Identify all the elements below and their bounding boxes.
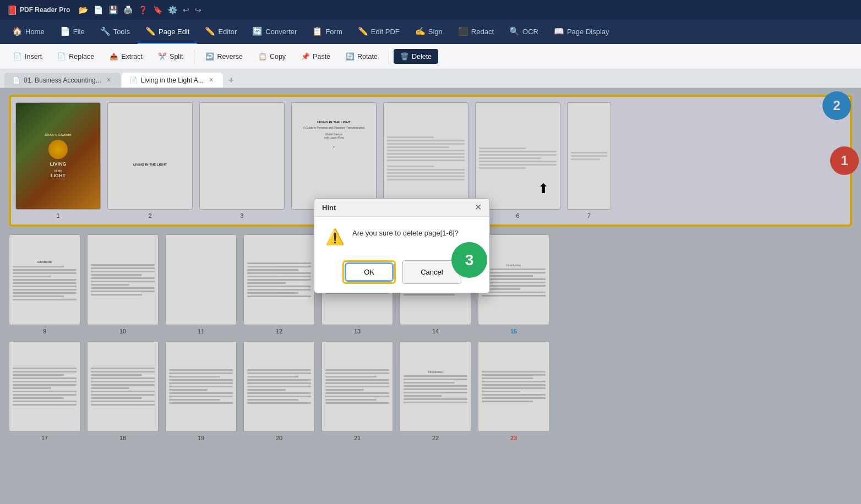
tab-2-icon: 📄 (129, 76, 138, 84)
rotate-button[interactable]: 🔄 Rotate (339, 49, 384, 64)
insert-icon: 📄 (13, 52, 22, 61)
menu-ocr[interactable]: 🔍 OCR (502, 20, 546, 44)
paste-button[interactable]: 📌 Paste (295, 49, 337, 64)
page-edit-icon: ✏️ (145, 26, 156, 36)
new-file-icon[interactable]: 📄 (94, 6, 103, 14)
rotate-icon: 🔄 (346, 52, 355, 61)
tab-2-close[interactable]: ✕ (207, 76, 215, 84)
menu-bar: 🏠 Home 📄 File 🔧 Tools ✏️ Page Edit ✏️ Ed… (0, 20, 861, 44)
delete-icon: 🗑️ (400, 52, 409, 61)
open-file-icon[interactable]: 📂 (79, 6, 88, 14)
toolbar: 📄 Insert 📄 Replace 📤 Extract ✂️ Split ↩️… (0, 44, 861, 69)
copy-icon: 📋 (258, 52, 267, 61)
copy-button[interactable]: 📋 Copy (252, 49, 292, 64)
toolbar-separator-2 (389, 49, 389, 64)
bookmark-icon[interactable]: 🔖 (153, 6, 162, 14)
menu-sign[interactable]: ✍️ Sign (407, 20, 450, 44)
home-icon: 🏠 (12, 26, 23, 36)
menu-home[interactable]: 🏠 Home (4, 20, 52, 44)
dialog-close-button[interactable]: ✕ (475, 203, 482, 212)
reverse-icon: ↩️ (205, 52, 214, 61)
app-name: PDF Reader Pro (20, 6, 70, 14)
paste-icon: 📌 (301, 52, 310, 61)
edit-pdf-icon: ✏️ (358, 26, 368, 36)
page-display-icon: 📖 (554, 26, 564, 36)
menu-tools[interactable]: 🔧 Tools (92, 20, 138, 44)
menu-form[interactable]: 📋 Form (304, 20, 350, 44)
dialog-overlay: Hint ✕ ⚠️ Are you sure to delete page[1-… (0, 88, 861, 504)
annotation-circle-3: 3 (451, 242, 487, 278)
add-tab-button[interactable]: + (224, 73, 238, 87)
replace-button[interactable]: 📄 Replace (51, 49, 101, 64)
form-icon: 📋 (312, 26, 323, 36)
menu-file-label: File (73, 28, 85, 36)
ocr-icon: 🔍 (509, 26, 520, 36)
replace-icon: 📄 (57, 52, 66, 61)
app-logo: 📕 PDF Reader Pro (7, 5, 70, 15)
dialog-message: Are you sure to delete page[1-6]? (352, 228, 459, 239)
insert-button[interactable]: 📄 Insert (7, 49, 48, 64)
menu-edit-pdf[interactable]: ✏️ Edit PDF (350, 20, 407, 44)
menu-page-display-label: Page Display (567, 28, 609, 36)
tab-2-label: Living in the Light A... (141, 76, 204, 84)
undo-icon[interactable]: ↩ (183, 6, 189, 14)
sign-icon: ✍️ (415, 26, 426, 36)
menu-editor[interactable]: ✏️ Editor (197, 20, 244, 44)
extract-button[interactable]: 📤 Extract (103, 49, 149, 64)
warning-icon: ⚠️ (325, 228, 345, 246)
menu-home-label: Home (25, 28, 45, 36)
delete-button[interactable]: 🗑️ Delete (394, 49, 438, 64)
tab-1-icon: 📄 (12, 76, 20, 84)
dialog-title: Hint (322, 204, 336, 212)
split-button[interactable]: ✂️ Split (151, 49, 189, 64)
dialog-ok-button[interactable]: OK (346, 264, 393, 281)
file-icon: 📄 (60, 26, 70, 36)
menu-editor-label: Editor (218, 28, 237, 36)
tab-1-close[interactable]: ✕ (105, 76, 113, 84)
menu-converter-label: Converter (265, 28, 297, 36)
save-icon[interactable]: 💾 (108, 6, 118, 14)
menu-ocr-label: OCR (522, 28, 538, 36)
menu-form-label: Form (325, 28, 342, 36)
tab-bar: 📄 01. Business Accounting... ✕ 📄 Living … (0, 69, 861, 88)
menu-redact[interactable]: ⬛ Redact (450, 20, 502, 44)
menu-page-edit-label: Page Edit (159, 28, 189, 36)
settings-icon[interactable]: ⚙️ (168, 6, 177, 14)
tab-2[interactable]: 📄 Living in the Light A... ✕ (122, 73, 223, 87)
tools-icon: 🔧 (100, 26, 111, 36)
redo-icon[interactable]: ↪ (195, 6, 201, 14)
help-icon[interactable]: ❓ (138, 6, 148, 14)
menu-edit-pdf-label: Edit PDF (371, 28, 400, 36)
titlebar-icons: 📂 📄 💾 🖨️ ❓ 🔖 ⚙️ ↩ ↪ (79, 6, 201, 14)
extract-icon: 📤 (110, 52, 118, 61)
menu-tools-label: Tools (113, 28, 130, 36)
menu-page-edit[interactable]: ✏️ Page Edit (138, 20, 197, 44)
converter-icon: 🔄 (252, 26, 263, 36)
reverse-button[interactable]: ↩️ Reverse (199, 49, 249, 64)
split-icon: ✂️ (158, 52, 167, 61)
dialog-title-bar: Hint ✕ (314, 199, 489, 217)
menu-sign-label: Sign (428, 28, 443, 36)
tab-1[interactable]: 📄 01. Business Accounting... ✕ (4, 73, 121, 87)
redact-icon: ⬛ (458, 26, 468, 36)
title-bar: 📕 PDF Reader Pro 📂 📄 💾 🖨️ ❓ 🔖 ⚙️ ↩ ↪ (0, 0, 861, 20)
editor-icon: ✏️ (205, 26, 215, 36)
menu-converter[interactable]: 🔄 Converter (244, 20, 304, 44)
menu-redact-label: Redact (471, 28, 494, 36)
menu-page-display[interactable]: 📖 Page Display (546, 20, 617, 44)
print-icon[interactable]: 🖨️ (123, 6, 133, 14)
toolbar-separator-1 (194, 49, 194, 64)
tab-1-label: 01. Business Accounting... (24, 76, 101, 84)
menu-file[interactable]: 📄 File (52, 20, 92, 44)
